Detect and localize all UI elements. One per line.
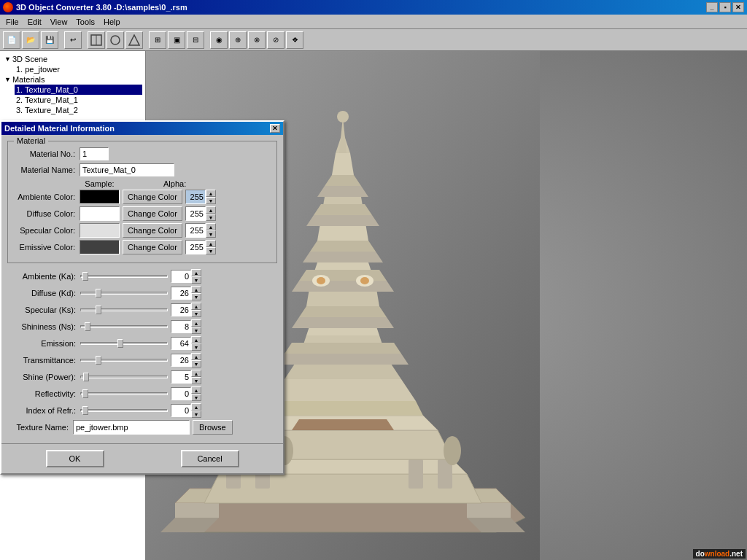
shininess-ns-up[interactable]: ▲ <box>191 319 201 327</box>
texture-input[interactable] <box>73 420 190 435</box>
emissive-spin-down[interactable]: ▼ <box>206 247 216 254</box>
shininess-ns-thumb[interactable] <box>85 322 90 331</box>
reflectivity-input[interactable] <box>171 387 191 400</box>
diffuse-kd-input[interactable] <box>171 287 191 300</box>
menu-view[interactable]: View <box>46 16 72 28</box>
specular-swatch[interactable] <box>80 223 120 238</box>
emissive-alpha-input[interactable] <box>185 240 206 254</box>
reflectivity-down[interactable]: ▼ <box>191 394 201 401</box>
toolbar-undo[interactable]: ↩ <box>64 31 82 49</box>
reflectivity-thumb[interactable] <box>82 389 88 398</box>
shine-power-thumb[interactable] <box>83 373 89 381</box>
toolbar-btn5[interactable]: ▣ <box>168 31 185 49</box>
diffuse-kd-thumb[interactable] <box>96 289 101 298</box>
ok-button[interactable]: OK <box>46 450 104 467</box>
reflectivity-track[interactable] <box>80 392 168 395</box>
browse-button[interactable]: Browse <box>193 420 233 435</box>
ambiente-ka-thumb[interactable] <box>82 272 88 281</box>
ambiente-alpha-input[interactable] <box>185 190 206 204</box>
toolbar-btn6[interactable]: ⊟ <box>187 31 204 49</box>
emission-track[interactable] <box>80 342 168 345</box>
shininess-ns-track[interactable] <box>80 325 168 328</box>
specular-spin-down[interactable]: ▼ <box>206 230 216 238</box>
specular-change-btn[interactable]: Change Color <box>123 223 182 238</box>
ambiente-swatch[interactable] <box>80 190 120 204</box>
diffuse-spin-up[interactable]: ▲ <box>206 206 216 214</box>
menu-tools[interactable]: Tools <box>71 16 99 28</box>
material-no-input[interactable] <box>80 147 109 160</box>
toolbar-open[interactable]: 📂 <box>22 31 39 49</box>
menu-edit[interactable]: Edit <box>23 16 46 28</box>
emissive-spin-up[interactable]: ▲ <box>206 240 216 247</box>
emissive-swatch[interactable] <box>80 240 120 254</box>
emission-down[interactable]: ▼ <box>191 343 201 351</box>
transmittance-input[interactable] <box>171 354 191 367</box>
specular-ks-input[interactable] <box>171 303 191 316</box>
material-name-input[interactable] <box>80 163 174 176</box>
emission-up[interactable]: ▲ <box>191 336 201 343</box>
tree-mat2[interactable]: 3. Texture_Mat_2 <box>15 105 142 115</box>
transmittance-up[interactable]: ▲ <box>191 353 201 360</box>
toolbar-btn2[interactable] <box>107 31 124 49</box>
toolbar-new[interactable]: 📄 <box>3 31 20 49</box>
toolbar-btn10[interactable]: ⊘ <box>267 31 285 49</box>
shininess-ns-down[interactable]: ▼ <box>191 327 201 334</box>
toolbar-save[interactable]: 💾 <box>41 31 58 49</box>
transmittance-down[interactable]: ▼ <box>191 360 201 368</box>
toolbar-btn3[interactable] <box>125 31 143 49</box>
index-refr-thumb[interactable] <box>82 406 88 415</box>
diffuse-kd-track[interactable] <box>80 292 168 295</box>
tree-mat0[interactable]: 1. Texture_Mat_0 <box>15 85 142 95</box>
index-refr-up[interactable]: ▲ <box>191 403 201 411</box>
transmittance-thumb[interactable] <box>96 356 101 365</box>
toolbar-btn11[interactable]: ❖ <box>286 31 303 49</box>
diffuse-swatch[interactable] <box>80 206 120 221</box>
diffuse-alpha-input[interactable] <box>185 206 206 221</box>
specular-ks-thumb[interactable] <box>96 306 101 314</box>
specular-ks-down[interactable]: ▼ <box>191 310 201 317</box>
ambiente-ka-down[interactable]: ▼ <box>191 276 201 284</box>
minimize-button[interactable]: _ <box>706 2 718 12</box>
menu-file[interactable]: File <box>1 16 23 28</box>
diffuse-kd-down[interactable]: ▼ <box>191 293 201 300</box>
toolbar-btn4[interactable]: ⊞ <box>149 31 166 49</box>
shine-power-down[interactable]: ▼ <box>191 377 201 384</box>
ambiente-spin-up[interactable]: ▲ <box>206 190 216 197</box>
shininess-ns-input[interactable] <box>171 320 191 333</box>
menu-help[interactable]: Help <box>99 16 125 28</box>
index-refr-track[interactable] <box>80 409 168 412</box>
emission-input[interactable] <box>171 337 191 350</box>
emission-thumb[interactable] <box>117 339 123 348</box>
diffuse-kd-up[interactable]: ▲ <box>191 286 201 293</box>
toolbar-btn8[interactable]: ⊕ <box>229 31 247 49</box>
specular-spin-up[interactable]: ▲ <box>206 223 216 230</box>
close-button[interactable]: ✕ <box>732 2 744 12</box>
ambiente-change-btn[interactable]: Change Color <box>123 190 182 204</box>
diffuse-spin-down[interactable]: ▼ <box>206 214 216 221</box>
tree-pe-jtower[interactable]: 1. pe_jtower <box>15 64 142 74</box>
tree-materials[interactable]: ▼ Materials <box>3 74 142 85</box>
shine-power-up[interactable]: ▲ <box>191 370 201 377</box>
tree-mat1[interactable]: 2. Texture_Mat_1 <box>15 95 142 105</box>
shine-power-track[interactable] <box>80 376 168 378</box>
ambiente-spin-down[interactable]: ▼ <box>206 197 216 204</box>
index-refr-input[interactable] <box>171 404 191 417</box>
dialog-close-button[interactable]: ✕ <box>270 124 280 133</box>
tree-scene[interactable]: ▼ 3D Scene <box>3 54 142 64</box>
toolbar-btn1[interactable] <box>88 31 105 49</box>
ambiente-ka-up[interactable]: ▲ <box>191 269 201 276</box>
emissive-change-btn[interactable]: Change Color <box>123 240 182 254</box>
ambiente-ka-input[interactable] <box>171 270 191 283</box>
toolbar-btn7[interactable]: ◉ <box>210 31 228 49</box>
specular-ks-track[interactable] <box>80 308 168 311</box>
cancel-button[interactable]: Cancel <box>181 450 239 467</box>
reflectivity-up[interactable]: ▲ <box>191 386 201 394</box>
diffuse-change-btn[interactable]: Change Color <box>123 206 182 221</box>
ambiente-ka-track[interactable] <box>80 275 168 278</box>
toolbar-btn9[interactable]: ⊗ <box>248 31 266 49</box>
maximize-button[interactable]: ▪ <box>719 2 731 12</box>
specular-alpha-input[interactable] <box>185 223 206 238</box>
transmittance-track[interactable] <box>80 359 168 362</box>
index-refr-down[interactable]: ▼ <box>191 411 201 418</box>
specular-ks-up[interactable]: ▲ <box>191 303 201 310</box>
